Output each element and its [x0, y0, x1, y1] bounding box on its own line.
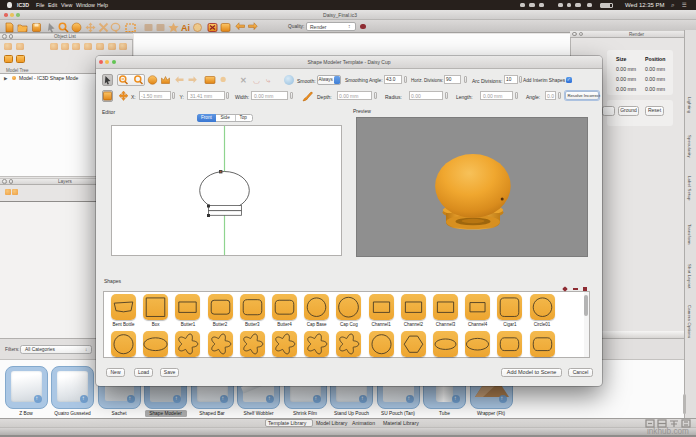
svg-text:inkhub.com: inkhub.com: [647, 427, 689, 435]
svg-text:Ai: Ai: [181, 23, 190, 33]
